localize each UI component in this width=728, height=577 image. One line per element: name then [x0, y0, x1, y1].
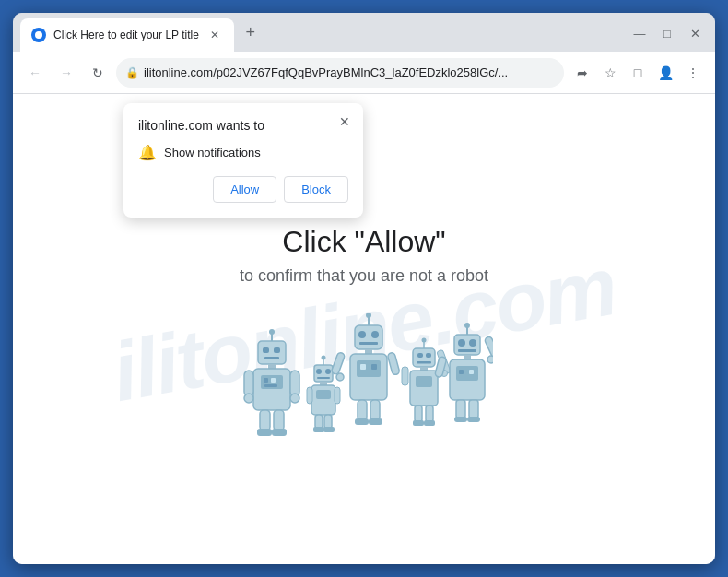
popup-title: ilitonline.com wants to	[138, 118, 348, 133]
tab-strip: Click Here to edit your LP title ✕ +	[20, 13, 623, 52]
svg-rect-5	[264, 357, 279, 359]
page-main: Click "Allow" to confirm that you are no…	[13, 94, 715, 564]
svg-point-38	[358, 331, 366, 338]
svg-rect-2	[258, 341, 286, 364]
svg-point-1	[269, 329, 275, 335]
svg-rect-18	[257, 429, 272, 436]
svg-rect-45	[371, 364, 377, 370]
svg-rect-31	[315, 415, 323, 429]
svg-rect-62	[402, 367, 408, 385]
notification-popup: ✕ ilitonline.com wants to 🔔 Show notific…	[123, 103, 363, 218]
svg-rect-3	[263, 347, 269, 353]
svg-rect-25	[317, 377, 330, 379]
svg-rect-56	[417, 353, 423, 358]
svg-point-23	[316, 369, 322, 374]
active-tab[interactable]: Click Here to edit your LP title ✕	[20, 18, 234, 52]
svg-point-73	[469, 339, 476, 347]
svg-rect-58	[417, 361, 431, 364]
svg-rect-29	[307, 387, 312, 404]
svg-point-70	[464, 323, 470, 328]
maximize-button[interactable]: □	[654, 20, 680, 46]
svg-point-24	[325, 369, 331, 374]
svg-rect-84	[469, 400, 478, 418]
svg-point-72	[458, 339, 465, 347]
svg-rect-16	[260, 410, 270, 430]
svg-rect-86	[467, 417, 480, 422]
toolbar-icons: ➦ ☆ □ 👤 ⋮	[569, 60, 706, 86]
popup-notification-row: 🔔 Show notifications	[138, 144, 348, 161]
svg-rect-34	[323, 427, 335, 432]
svg-rect-61	[416, 376, 432, 387]
svg-rect-67	[413, 420, 424, 426]
svg-rect-44	[360, 364, 366, 370]
robots-illustration	[235, 313, 493, 461]
svg-rect-43	[357, 360, 381, 377]
lock-icon: 🔒	[125, 66, 139, 79]
svg-point-82	[487, 356, 493, 363]
menu-icon[interactable]: ⋮	[680, 60, 706, 86]
svg-rect-7	[253, 369, 290, 410]
title-bar: Click Here to edit your LP title ✕ + — □…	[13, 13, 715, 52]
tab-title: Click Here to edit your LP title	[53, 29, 199, 41]
close-button[interactable]: ✕	[682, 20, 708, 46]
main-heading: Click "Allow"	[282, 225, 445, 259]
back-button[interactable]: ←	[22, 60, 48, 86]
svg-point-36	[366, 313, 371, 318]
svg-rect-28	[316, 390, 331, 399]
svg-rect-32	[324, 415, 332, 429]
svg-rect-65	[415, 406, 422, 422]
svg-rect-10	[271, 378, 276, 383]
svg-rect-66	[426, 406, 433, 422]
svg-rect-78	[459, 370, 464, 374]
window-controls: — □ ✕	[627, 13, 708, 46]
svg-rect-74	[458, 349, 476, 352]
svg-rect-19	[272, 429, 287, 436]
svg-rect-14	[290, 371, 299, 396]
browser-window: Click Here to edit your LP title ✕ + — □…	[13, 13, 715, 564]
forward-button[interactable]: →	[53, 60, 79, 86]
svg-rect-52	[369, 418, 382, 425]
svg-rect-57	[426, 353, 431, 358]
svg-rect-27	[311, 385, 335, 415]
svg-rect-40	[359, 342, 378, 345]
svg-rect-17	[274, 410, 284, 430]
tab-favicon	[31, 28, 46, 42]
svg-rect-11	[264, 384, 277, 387]
tab-close-button[interactable]: ✕	[206, 27, 223, 43]
minimize-button[interactable]: —	[627, 20, 652, 46]
svg-point-54	[422, 338, 427, 343]
popup-close-button[interactable]: ✕	[335, 112, 354, 131]
reload-button[interactable]: ↻	[85, 60, 111, 86]
svg-rect-37	[355, 325, 382, 349]
popup-notification-label: Show notifications	[164, 146, 261, 159]
svg-rect-68	[424, 420, 435, 426]
svg-rect-83	[456, 400, 465, 418]
svg-rect-33	[313, 427, 324, 432]
allow-button[interactable]: Allow	[213, 176, 276, 203]
svg-point-47	[336, 373, 344, 381]
address-input[interactable]	[116, 58, 564, 88]
svg-rect-85	[454, 417, 467, 422]
new-tab-button[interactable]: +	[238, 19, 264, 45]
svg-point-15	[290, 394, 299, 403]
page-content: ilitonline.com Click "Allow" to confirm …	[13, 94, 715, 564]
robots-svg	[235, 313, 493, 461]
address-wrap: 🔒	[116, 58, 564, 88]
svg-point-21	[322, 356, 326, 360]
svg-rect-9	[264, 378, 268, 383]
svg-rect-55	[413, 348, 435, 367]
svg-rect-50	[370, 400, 380, 420]
bookmark-icon[interactable]: ☆	[597, 60, 623, 86]
block-button[interactable]: Block	[284, 176, 348, 203]
svg-rect-60	[410, 371, 438, 406]
popup-buttons: Allow Block	[138, 176, 348, 203]
profile-icon[interactable]: 👤	[652, 60, 678, 86]
svg-rect-49	[358, 400, 367, 420]
bell-icon: 🔔	[138, 144, 157, 161]
svg-rect-46	[331, 352, 346, 375]
svg-rect-12	[244, 371, 253, 396]
share-icon[interactable]: ➦	[569, 60, 595, 86]
svg-point-13	[244, 394, 253, 403]
extension-icon[interactable]: □	[625, 60, 651, 86]
address-bar: ← → ↻ 🔒 ➦ ☆ □ 👤 ⋮	[13, 52, 715, 94]
